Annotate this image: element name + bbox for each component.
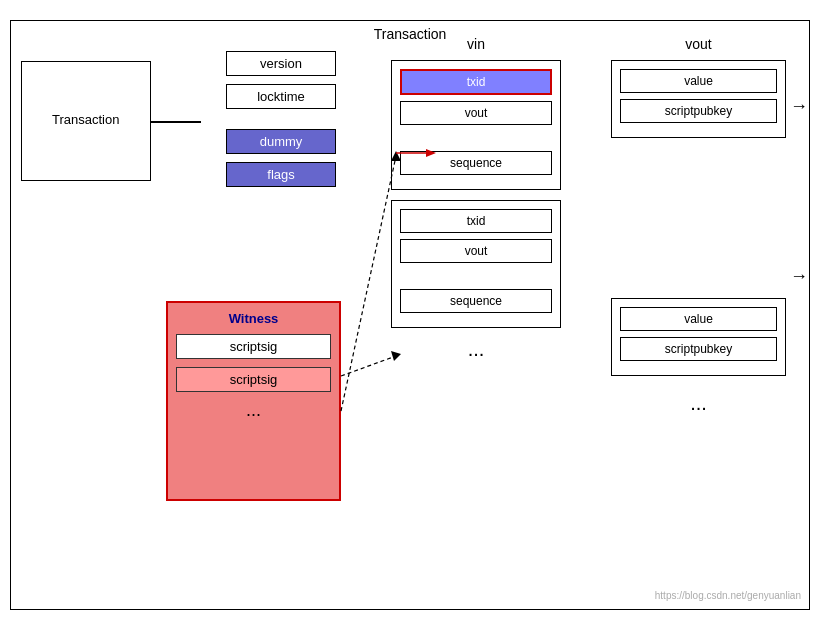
vin-label: vin bbox=[391, 36, 561, 52]
vout-item-1: value scriptpubkey bbox=[611, 60, 786, 138]
witness-dots: ... bbox=[176, 400, 331, 421]
vin-item-1: txid vout sequence bbox=[391, 60, 561, 190]
arrow-right-2: → bbox=[790, 266, 808, 287]
locktime-field: locktime bbox=[226, 84, 336, 109]
vout2-value: value bbox=[620, 307, 777, 331]
vout-label: vout bbox=[611, 36, 786, 52]
witness-field1: scriptsig bbox=[176, 334, 331, 359]
svg-line-2 bbox=[341, 356, 396, 376]
vout2-scriptpubkey: scriptpubkey bbox=[620, 337, 777, 361]
vout-item-2: value scriptpubkey bbox=[611, 298, 786, 376]
dummy-field: dummy bbox=[226, 129, 336, 154]
vin1-sequence: sequence bbox=[400, 151, 552, 175]
main-container: Transaction Transaction version locktime… bbox=[10, 20, 810, 610]
watermark: https://blog.csdn.net/genyuanlian bbox=[655, 590, 801, 601]
vout-section: vout value scriptpubkey → value scriptpu… bbox=[611, 36, 786, 596]
transaction-box-label: Transaction bbox=[52, 112, 119, 127]
vout1-value: value bbox=[620, 69, 777, 93]
witness-label: Witness bbox=[176, 311, 331, 326]
vin1-txid: txid bbox=[400, 69, 552, 95]
witness-field2: scriptsig bbox=[176, 367, 331, 392]
vin-item-2: txid vout sequence bbox=[391, 200, 561, 328]
vin-section: vin txid vout sequence txid vout sequenc… bbox=[391, 36, 561, 596]
version-field: version bbox=[226, 51, 336, 76]
vin1-vout: vout bbox=[400, 101, 552, 125]
vout1-scriptpubkey: scriptpubkey bbox=[620, 99, 777, 123]
vin2-txid: txid bbox=[400, 209, 552, 233]
transaction-box: Transaction bbox=[21, 61, 151, 181]
arrow-right-1: → bbox=[790, 96, 808, 117]
middle-section: version locktime dummy flags bbox=[201, 51, 361, 195]
vin2-sequence: sequence bbox=[400, 289, 552, 313]
vout-dots: ... bbox=[611, 392, 786, 415]
vin2-vout: vout bbox=[400, 239, 552, 263]
witness-box: Witness scriptsig scriptsig ... bbox=[166, 301, 341, 501]
vin-dots: ... bbox=[391, 338, 561, 361]
connector-line bbox=[151, 121, 201, 123]
flags-field: flags bbox=[226, 162, 336, 187]
